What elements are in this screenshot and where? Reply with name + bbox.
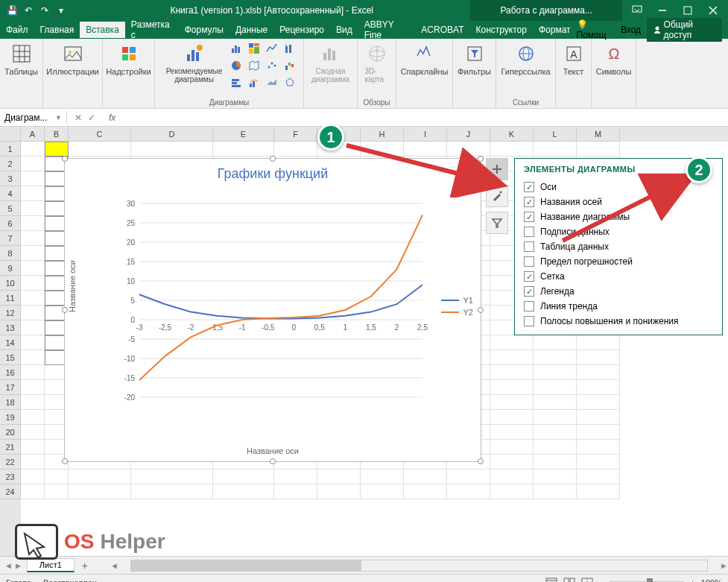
checkbox[interactable]: ✓ <box>524 271 534 282</box>
menu-tab-формулы[interactable]: Формулы <box>179 22 230 38</box>
filters-button[interactable]: Фильтры <box>455 40 494 78</box>
col-header[interactable]: A <box>21 127 45 142</box>
checkbox[interactable] <box>524 316 534 326</box>
chart-handle-se[interactable] <box>478 458 484 464</box>
zoom-out-icon[interactable]: − <box>599 578 604 583</box>
zoom-value[interactable]: 100% <box>701 578 722 583</box>
row-header[interactable]: 8 <box>0 246 21 261</box>
row-header[interactable]: 13 <box>0 320 21 335</box>
combo-chart-icon[interactable] <box>246 75 262 91</box>
row-header[interactable]: 9 <box>0 261 21 276</box>
col-header[interactable]: L <box>534 127 577 142</box>
checkbox[interactable] <box>524 227 534 237</box>
login-button[interactable]: Вход <box>621 25 641 35</box>
data-cell[interactable] <box>45 142 69 156</box>
chart-plot-area[interactable]: -20-15-10-5051015202530-3-2,5-2-1,5-1-0,… <box>110 196 430 427</box>
checkbox[interactable]: ✓ <box>524 182 534 192</box>
chart-handle-sw[interactable] <box>62 458 68 464</box>
checkbox[interactable] <box>524 256 534 267</box>
zoom-thumb[interactable] <box>647 578 653 582</box>
menu-tab-формат[interactable]: Формат <box>533 22 577 38</box>
x-axis-title[interactable]: Название оси <box>65 446 481 455</box>
checkbox[interactable] <box>524 301 534 311</box>
cancel-formula-icon[interactable]: ✕ <box>75 113 82 123</box>
menu-tab-данные[interactable]: Данные <box>230 22 273 38</box>
menu-tab-конструктор[interactable]: Конструктор <box>469 22 532 38</box>
row-header[interactable]: 5 <box>0 201 21 216</box>
zoom-in-icon[interactable]: + <box>690 578 694 583</box>
hbar-chart-icon[interactable] <box>228 75 244 91</box>
text-button[interactable]: A Текст <box>559 40 589 78</box>
recommended-charts-button[interactable]: Рекомендуемые диаграммы <box>161 40 228 85</box>
col-header[interactable]: M <box>577 127 620 142</box>
fx-icon[interactable]: fx <box>103 113 121 123</box>
menu-tab-acrobat[interactable]: ACROBAT <box>415 22 469 38</box>
row-header[interactable]: 16 <box>0 365 21 380</box>
horizontal-scrollbar[interactable] <box>130 560 708 572</box>
tab-next-icon[interactable]: ► <box>14 561 22 570</box>
row-header[interactable]: 18 <box>0 395 21 410</box>
bar-chart-icon[interactable] <box>228 40 244 57</box>
row-header[interactable]: 3 <box>0 171 21 186</box>
chart-element-option[interactable]: Линия тренда <box>524 299 713 314</box>
chart-element-option[interactable]: ✓Сетка <box>524 269 713 284</box>
line-chart-icon[interactable] <box>264 40 280 57</box>
chart-object[interactable]: Графики функций -20-15-10-5051015202530-… <box>64 158 481 462</box>
radar-chart-icon[interactable] <box>282 75 298 91</box>
menu-tab-файл[interactable]: Файл <box>0 22 34 38</box>
row-header[interactable]: 19 <box>0 410 21 425</box>
col-header[interactable]: D <box>131 127 213 142</box>
chart-handle-s[interactable] <box>270 458 276 464</box>
row-header[interactable]: 2 <box>0 156 21 171</box>
row-header[interactable]: 6 <box>0 216 21 231</box>
chart-filter-button[interactable] <box>486 212 508 234</box>
row-header[interactable]: 11 <box>0 291 21 306</box>
chart-element-option[interactable]: Полосы повышения и понижения <box>524 314 713 329</box>
view-normal-icon[interactable] <box>545 578 557 583</box>
menu-tab-вставка[interactable]: Вставка <box>80 22 125 38</box>
col-header[interactable]: F <box>274 127 317 142</box>
waterfall-chart-icon[interactable] <box>282 57 298 74</box>
hscroll-left-icon[interactable]: ◄ <box>110 561 118 570</box>
surface-chart-icon[interactable] <box>264 75 280 91</box>
view-pagebreak-icon[interactable] <box>581 578 593 583</box>
row-header[interactable]: 17 <box>0 380 21 395</box>
chart-handle-e[interactable] <box>478 307 484 313</box>
hscroll-right-icon[interactable]: ► <box>720 561 728 570</box>
addins-button[interactable]: Надстройки <box>103 40 153 78</box>
menu-tab-главная[interactable]: Главная <box>34 22 80 38</box>
checkbox[interactable]: ✓ <box>524 212 534 222</box>
stats-chart-icon[interactable] <box>282 40 298 57</box>
row-header[interactable]: 24 <box>0 484 21 499</box>
select-all-corner[interactable] <box>0 127 21 142</box>
y-axis-title[interactable]: Название оси <box>68 260 77 312</box>
3d-map-button[interactable]: 3D-карта <box>362 40 392 85</box>
illustrations-button[interactable]: Иллюстрации <box>43 40 101 78</box>
checkbox[interactable]: ✓ <box>524 197 534 207</box>
col-header[interactable]: C <box>69 127 131 142</box>
redo-icon[interactable]: ↷ <box>39 4 51 16</box>
sparklines-button[interactable]: Спарклайны <box>398 40 452 78</box>
row-header[interactable]: 20 <box>0 425 21 440</box>
qat-more-icon[interactable]: ▾ <box>55 4 67 16</box>
checkbox[interactable] <box>524 241 534 252</box>
add-sheet-button[interactable]: + <box>75 560 95 572</box>
hscroll-thumb[interactable] <box>131 560 361 571</box>
row-header[interactable]: 12 <box>0 306 21 320</box>
col-header[interactable]: B <box>45 127 69 142</box>
row-header[interactable]: 23 <box>0 469 21 484</box>
row-header[interactable]: 4 <box>0 186 21 201</box>
chart-handle-n[interactable] <box>270 156 276 162</box>
chevron-down-icon[interactable]: ▼ <box>55 114 62 121</box>
pie-chart-icon[interactable] <box>228 57 244 74</box>
chart-legend[interactable]: Y1Y2 <box>441 293 473 320</box>
row-header[interactable]: 22 <box>0 455 21 469</box>
checkbox[interactable]: ✓ <box>524 286 534 297</box>
legend-item[interactable]: Y2 <box>441 308 473 317</box>
row-header[interactable]: 1 <box>0 142 21 156</box>
row-header[interactable]: 7 <box>0 231 21 246</box>
hierarchy-chart-icon[interactable] <box>246 40 262 57</box>
help-icon[interactable]: 💡 Помощ <box>577 19 615 40</box>
pivot-chart-button[interactable]: Сводная диаграмма <box>308 40 352 85</box>
menu-tab-вид[interactable]: Вид <box>330 22 358 38</box>
